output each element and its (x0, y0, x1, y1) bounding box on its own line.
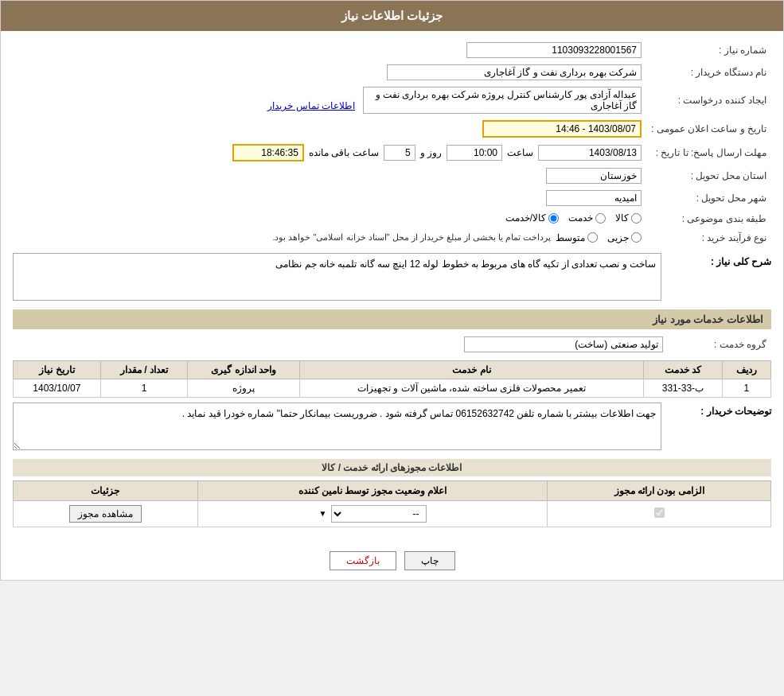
col-date: تاریخ نیاز (14, 360, 101, 379)
footer-buttons: چاپ بازگشت (1, 542, 783, 580)
services-table: ردیف کد خدمت نام خدمت واحد اندازه گیری ت… (13, 360, 771, 398)
category-label: طبقه بندی موضوعی : (646, 209, 771, 229)
process-radio-group: جزیی متوسط (556, 232, 642, 243)
buyer-notes-label: توضیحات خریدار : (668, 402, 771, 417)
contact-link[interactable]: اطلاعات تماس خریدار (267, 100, 355, 111)
permit-status-select[interactable]: -- (331, 505, 427, 523)
announce-date-input[interactable] (482, 120, 642, 138)
deadline-time-label: ساعت (507, 147, 533, 158)
province-label: استان محل تحویل : (646, 165, 771, 187)
cell-row-num: 1 (722, 379, 770, 397)
service-group-input[interactable] (464, 336, 663, 352)
cell-quantity: 1 (100, 379, 188, 397)
col-permit-details: جزئیات (14, 480, 198, 500)
buyer-station-input[interactable] (387, 64, 642, 80)
print-button[interactable]: چاپ (404, 551, 455, 570)
page-title: جزئیات اطلاعات نیاز (1, 1, 783, 31)
need-number-label: شماره نیاز : (646, 39, 771, 61)
cell-service-code: ب-33-331 (644, 379, 723, 397)
category-option-kala[interactable]: کالا (615, 212, 642, 224)
cell-service-name: تعمیر محصولات فلزی ساخته شده، ماشین آلات… (299, 379, 643, 397)
view-permit-button[interactable]: مشاهده مجوز (69, 505, 141, 523)
deadline-remaining-label: ساعت باقی مانده (309, 147, 379, 158)
process-radio-jozyi[interactable] (631, 232, 642, 243)
city-input[interactable] (546, 190, 642, 206)
process-option-motavasset[interactable]: متوسط (556, 232, 598, 243)
permit-required-checkbox[interactable] (654, 507, 665, 518)
buyer-station-label: نام دستگاه خریدار : (646, 61, 771, 84)
need-number-input[interactable] (466, 42, 642, 58)
general-description-textarea[interactable]: ساخت و نصب تعدادی از تکیه گاه های مربوط … (13, 253, 661, 301)
requester-label: ایجاد کننده درخواست : (646, 84, 771, 117)
cell-date: 1403/10/07 (14, 379, 101, 397)
process-radio-motavasset[interactable] (587, 232, 598, 243)
col-permit-required: الزامی بودن ارائه مجوز (548, 480, 771, 500)
permit-row: -- ▼ مشاهده مجوز (14, 500, 771, 527)
col-service-name: نام خدمت (299, 360, 643, 379)
col-permit-status: اعلام وضعیت مجوز توسط نامین کننده (197, 480, 548, 500)
deadline-remaining-input[interactable] (232, 144, 304, 161)
category-radio-group: کالا خدمت کالا/خدمت (505, 212, 642, 224)
deadline-days-input[interactable] (384, 145, 415, 161)
response-deadline-label: مهلت ارسال پاسخ: تا تاریخ : (646, 141, 771, 165)
col-row-num: ردیف (722, 360, 770, 379)
col-quantity: تعداد / مقدار (100, 360, 188, 379)
buyer-notes-textarea[interactable]: جهت اطلاعات بیشتر با شماره تلفن 06152632… (13, 402, 661, 450)
permits-section-header: اطلاعات مجوزهای ارائه خدمت / کالا (13, 459, 771, 476)
announce-date-label: تاریخ و ساعت اعلان عمومی : (646, 117, 771, 141)
category-radio-kala-khedmat[interactable] (548, 213, 559, 224)
deadline-days-label: روز و (420, 147, 442, 158)
cell-unit: پروژه (188, 379, 299, 397)
permit-details-cell: مشاهده مجوز (14, 500, 198, 527)
process-note: پرداخت تمام یا بخشی از مبلغ خریدار از مح… (272, 232, 551, 243)
requester-value: عبداله آزادی پور کارشناس کنترل پروژه شرک… (363, 87, 642, 114)
permit-required-cell (548, 500, 771, 527)
permit-status-cell: -- ▼ (197, 500, 548, 527)
col-service-code: کد خدمت (644, 360, 723, 379)
deadline-date-input[interactable] (538, 145, 642, 161)
category-option-khedmat[interactable]: خدمت (568, 212, 606, 224)
city-label: شهر محل تحویل : (646, 187, 771, 209)
col-unit: واحد اندازه گیری (188, 360, 299, 379)
process-option-jozyi[interactable]: جزیی (607, 232, 642, 243)
back-button[interactable]: بازگشت (330, 551, 396, 570)
category-radio-kala[interactable] (631, 213, 642, 224)
category-radio-khedmat[interactable] (595, 213, 606, 224)
category-option-kala-khedmat[interactable]: کالا/خدمت (505, 212, 559, 224)
process-label: نوع فرآیند خرید : (646, 229, 771, 247)
permits-table: الزامی بودن ارائه مجوز اعلام وضعیت مجوز … (13, 480, 771, 527)
province-input[interactable] (546, 168, 642, 184)
services-section-header: اطلاعات خدمات مورد نیاز (13, 309, 771, 329)
service-group-label: گروه خدمت : (668, 333, 771, 356)
table-row: 1 ب-33-331 تعمیر محصولات فلزی ساخته شده،… (14, 379, 771, 397)
dropdown-icon: ▼ (319, 509, 327, 518)
deadline-time-input[interactable] (447, 145, 502, 161)
general-description-label: شرح کلی نیاز : (668, 253, 771, 267)
